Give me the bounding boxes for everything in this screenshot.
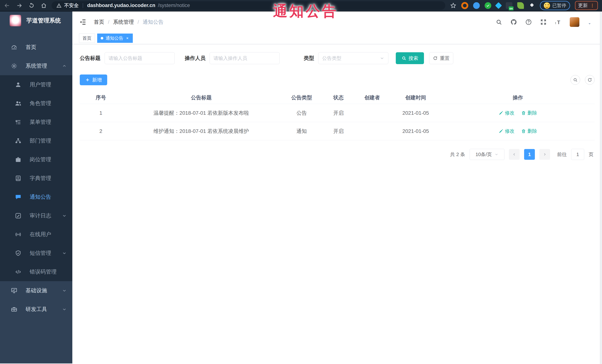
sidebar-item-posts[interactable]: 岗位管理 xyxy=(0,150,72,169)
sidebar-item-departments[interactable]: 部门管理 xyxy=(0,131,72,150)
extension-diamond-icon[interactable] xyxy=(495,2,502,9)
tab-home[interactable]: 首页 xyxy=(79,33,95,43)
column-header-actions: 操作 xyxy=(441,94,595,101)
search-icon[interactable] xyxy=(495,19,502,25)
hamburger-fold-icon[interactable] xyxy=(79,18,86,26)
extension-leaf-icon[interactable] xyxy=(517,2,524,9)
sidebar-item-error-codes[interactable]: 错误码管理 xyxy=(0,262,72,281)
reset-button[interactable]: 重置 xyxy=(429,52,453,64)
extension-dark-icon[interactable]: on xyxy=(506,2,512,9)
home-icon[interactable] xyxy=(41,3,47,9)
close-icon[interactable] xyxy=(126,36,129,40)
security-label: 不安全 xyxy=(64,2,79,9)
table-header-row: 序号 公告标题 公告类型 状态 创建者 创建时间 操作 xyxy=(80,92,595,104)
chevron-down-icon xyxy=(380,56,385,61)
bookmark-star-icon[interactable] xyxy=(450,2,456,9)
trash-icon xyxy=(521,111,526,115)
edit-link[interactable]: 修改 xyxy=(498,110,515,116)
prev-page-button[interactable] xyxy=(509,149,520,160)
sidebar-item-roles[interactable]: 角色管理 xyxy=(0,94,72,113)
page-number-button[interactable]: 1 xyxy=(524,149,535,160)
type-filter-select[interactable]: 公告类型 xyxy=(318,52,388,64)
row-status: 开启 xyxy=(323,128,354,135)
title-filter-input[interactable] xyxy=(105,52,175,64)
breadcrumb-separator: / xyxy=(138,19,139,25)
sidebar-item-sms[interactable]: 短信管理 xyxy=(0,244,72,262)
sidebar-item-audit-log[interactable]: 审计日志 xyxy=(0,206,72,225)
kebab-menu-icon xyxy=(590,3,595,8)
org-tree-icon xyxy=(15,137,22,144)
search-icon xyxy=(573,77,578,82)
operator-filter-input[interactable] xyxy=(210,52,280,64)
update-button[interactable]: 更新 xyxy=(575,1,598,10)
dashboard-icon xyxy=(11,44,17,51)
menu-list-icon xyxy=(15,119,22,125)
sidebar-item-users[interactable]: 用户管理 xyxy=(0,75,72,94)
paused-label: 已暂停 xyxy=(552,2,566,9)
row-status: 开启 xyxy=(323,110,354,117)
app-logo-row[interactable]: 芋道管理系统 xyxy=(0,11,72,30)
sidebar-item-online-users[interactable]: 在线用户 xyxy=(0,225,72,244)
page-size-select[interactable]: 10条/页 xyxy=(470,149,505,160)
app-title: 芋道管理系统 xyxy=(26,17,61,24)
toggle-search-button[interactable] xyxy=(570,75,580,85)
chevron-down-icon xyxy=(494,152,498,156)
screen: 不安全 dashboard.yudao.iocoder.cn /system/n… xyxy=(0,0,602,364)
address-bar[interactable]: 不安全 dashboard.yudao.iocoder.cn /system/n… xyxy=(52,1,445,10)
online-users-icon xyxy=(15,231,22,238)
refresh-icon xyxy=(433,56,438,61)
app-logo xyxy=(10,15,21,26)
fullscreen-icon[interactable] xyxy=(540,19,547,25)
sidebar-item-menus[interactable]: 菜单管理 xyxy=(0,113,72,131)
extension-green-check-icon[interactable] xyxy=(484,2,491,9)
extensions-puzzle-icon[interactable] xyxy=(529,2,535,9)
user-avatar[interactable] xyxy=(570,17,579,27)
breadcrumb-system[interactable]: 系统管理 xyxy=(113,19,134,26)
sidebar-item-dictionary[interactable]: 字典管理 xyxy=(0,169,72,187)
error-code-icon xyxy=(15,269,22,275)
add-button[interactable]: 新增 xyxy=(80,74,107,85)
refresh-table-button[interactable] xyxy=(585,75,595,85)
caret-down-icon[interactable] xyxy=(588,22,591,26)
scrollbar-track[interactable] xyxy=(600,11,602,364)
sidebar-item-home[interactable]: 首页 xyxy=(0,38,72,57)
search-form: 公告标题 操作人员 类型 公告类型 搜索 xyxy=(80,52,595,64)
sidebar-item-system[interactable]: 系统管理 xyxy=(0,57,72,75)
edit-icon xyxy=(498,129,503,134)
help-icon[interactable] xyxy=(525,19,532,25)
column-header-title: 公告标题 xyxy=(122,94,281,101)
edit-icon xyxy=(498,111,503,115)
delete-link[interactable]: 删除 xyxy=(521,128,537,134)
svg-text:t: t xyxy=(555,21,556,24)
edit-link[interactable]: 修改 xyxy=(498,128,515,134)
sidebar-item-notice[interactable]: 通知公告 xyxy=(0,187,72,206)
extension-blue-icon[interactable] xyxy=(473,2,480,9)
user-icon xyxy=(15,81,22,88)
goto-page-input[interactable] xyxy=(571,149,584,160)
audit-log-icon xyxy=(15,212,22,219)
tag-views-bar: 首页 通知公告 xyxy=(72,32,602,44)
table-row: 2 维护通知：2018-07-01 若依系统凌晨维护 通知 开启 2021-01… xyxy=(80,122,595,140)
paused-pill[interactable]: 已暂停 xyxy=(540,1,570,10)
font-size-icon[interactable]: tT xyxy=(555,19,562,25)
back-icon[interactable] xyxy=(4,3,10,9)
forward-icon[interactable] xyxy=(16,3,22,9)
breadcrumb-home[interactable]: 首页 xyxy=(94,19,104,26)
goto-label: 前往 xyxy=(557,151,567,158)
github-icon[interactable] xyxy=(510,19,517,25)
address-divider xyxy=(83,3,83,8)
chevron-down-icon xyxy=(62,307,67,312)
sidebar-item-infrastructure[interactable]: 基础设施 xyxy=(0,281,72,300)
next-page-button[interactable] xyxy=(539,149,550,160)
breadcrumb: 首页 / 系统管理 / 通知公告 xyxy=(94,19,164,26)
reload-icon[interactable] xyxy=(29,3,34,9)
tab-notice[interactable]: 通知公告 xyxy=(97,33,133,43)
extension-orange-icon[interactable] xyxy=(461,2,468,9)
search-button[interactable]: 搜索 xyxy=(396,52,424,64)
sms-shield-icon xyxy=(15,250,22,257)
infrastructure-icon xyxy=(11,287,17,294)
delete-link[interactable]: 删除 xyxy=(521,110,537,116)
row-create-time: 2021-01-05 xyxy=(390,110,441,116)
sidebar-item-dev-tools[interactable]: 研发工具 xyxy=(0,300,72,319)
table-row: 1 温馨提醒：2018-07-01 若依新版本发布啦 公告 开启 2021-01… xyxy=(80,104,595,122)
